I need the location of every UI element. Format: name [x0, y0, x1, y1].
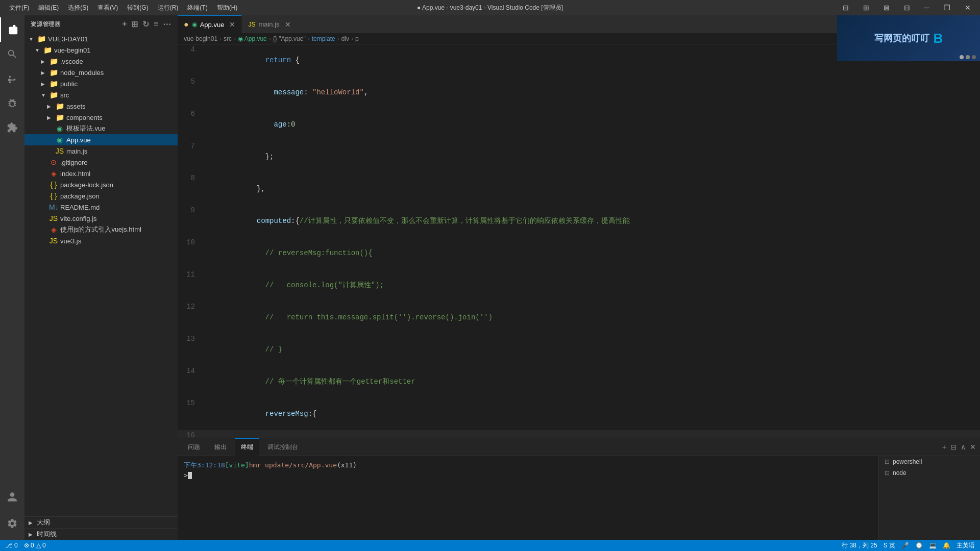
- sidebar-item-public[interactable]: ▶ 📁 public: [24, 78, 178, 89]
- sidebar-root[interactable]: ▼ 📁 VUE3-DAY01: [24, 33, 178, 44]
- collapse-icon[interactable]: ≡: [154, 19, 159, 29]
- breadcrumb-scope[interactable]: {} "App.vue": [273, 35, 306, 42]
- layout-icon[interactable]: ⊟: [839, 3, 853, 13]
- explorer-icon[interactable]: [0, 17, 24, 42]
- sidebar-item-gitignore[interactable]: ⊙ .gitignore: [24, 157, 178, 168]
- sidebar-item-assets[interactable]: ▶ 📁 assets: [24, 101, 178, 112]
- line-content: // return this.message.split('').reverse…: [203, 302, 980, 334]
- computer-status[interactable]: 💻: [929, 542, 937, 549]
- sidebar-layout-icon[interactable]: ⊞: [859, 3, 873, 13]
- terminal-item-powershell[interactable]: ⊡ powershell: [878, 456, 980, 467]
- vue-file-icon: ◉: [55, 124, 64, 133]
- grid-icon[interactable]: ⊟: [900, 3, 914, 13]
- panel-tab-debug[interactable]: 调试控制台: [261, 438, 304, 456]
- panel-tab-output[interactable]: 输出: [208, 438, 233, 456]
- terminal-content[interactable]: 下午3:12:18 [vite] hmr update /src/App.vue…: [178, 456, 878, 540]
- sidebar-item-mubanyufa[interactable]: ◉ 模板语法.vue: [24, 123, 178, 134]
- new-file-icon[interactable]: +: [122, 19, 127, 29]
- language-status[interactable]: 🎤: [901, 542, 909, 549]
- json-file-icon: { }: [49, 192, 58, 200]
- terminal-icon: ⊡: [885, 458, 890, 465]
- sidebar-item-app-vue[interactable]: ◉ App.vue: [24, 134, 178, 145]
- sidebar-item-main-js[interactable]: JS main.js: [24, 145, 178, 157]
- panel-tab-label: 输出: [214, 443, 227, 452]
- breadcrumb-template[interactable]: template: [312, 35, 335, 42]
- sidebar-item-vite-config[interactable]: JS vite.config.js: [24, 213, 178, 224]
- tab-main-js[interactable]: JS main.js ✕: [242, 15, 303, 33]
- sidebar-item-package[interactable]: { } package.json: [24, 190, 178, 202]
- debug-icon[interactable]: [0, 91, 24, 115]
- restore-button[interactable]: ❐: [940, 3, 954, 13]
- panel-add-terminal[interactable]: +: [942, 443, 946, 451]
- panel-collapse-icon[interactable]: ∧: [961, 443, 966, 451]
- sidebar-item-vue-begin01[interactable]: ▼ 📁 vue-begin01: [24, 44, 178, 56]
- terminal-path: /src/App.vue: [289, 460, 337, 470]
- code-line-5: 5 message: "helloWorld",: [178, 77, 980, 109]
- notification-status[interactable]: 🔔: [943, 542, 950, 549]
- watermark-text: 写网页的叮叮: [874, 32, 929, 44]
- error-warning-status[interactable]: ⊗ 0 △ 0: [24, 542, 46, 549]
- panel-layout-icon[interactable]: ⊠: [879, 3, 894, 13]
- sidebar-item-node-modules[interactable]: ▶ 📁 node_modules: [24, 67, 178, 78]
- line-number: 8: [178, 173, 203, 184]
- panel-split-icon[interactable]: ⊟: [950, 443, 957, 451]
- minimize-button[interactable]: ─: [920, 3, 934, 13]
- sidebar-item-readme[interactable]: M↓ README.md: [24, 202, 178, 213]
- menu-edit[interactable]: 编辑(E): [34, 3, 63, 13]
- breadcrumb-div[interactable]: div: [341, 35, 349, 42]
- sidebar-item-components[interactable]: ▶ 📁 components: [24, 112, 178, 123]
- menu-goto[interactable]: 转到(G): [123, 3, 152, 13]
- sidebar-item-package-lock[interactable]: { } package-lock.json: [24, 179, 178, 190]
- row-col-status[interactable]: 行 38，列 25: [842, 541, 877, 550]
- panel-close-icon[interactable]: ✕: [970, 443, 976, 451]
- source-control-icon[interactable]: [0, 66, 24, 91]
- sidebar-item-vscode[interactable]: ▶ 📁 .vscode: [24, 56, 178, 67]
- more-actions-icon[interactable]: ⋯: [163, 19, 172, 29]
- encoding-status[interactable]: S 英: [884, 541, 895, 550]
- panel-tab-terminal[interactable]: 终端: [235, 438, 259, 456]
- timeline-label: 时间线: [37, 530, 178, 539]
- breadcrumb-src[interactable]: src: [224, 35, 232, 42]
- root-label: VUE3-DAY01: [48, 35, 178, 43]
- menu-help[interactable]: 帮助(H): [213, 3, 242, 13]
- panel-tab-problems[interactable]: 问题: [182, 438, 206, 456]
- close-button[interactable]: ✕: [961, 3, 975, 13]
- code-line-15: 15 reverseMsg:{: [178, 398, 980, 430]
- lang-mode-status[interactable]: 主英语: [957, 541, 975, 550]
- file-spacer: [41, 238, 47, 244]
- settings-icon[interactable]: [0, 511, 24, 536]
- tab-close-button[interactable]: ✕: [229, 20, 235, 29]
- outline-header[interactable]: ▶ 大纲: [24, 517, 178, 528]
- timeline-header[interactable]: ▶ 时间线: [24, 529, 178, 540]
- md-file-icon: M↓: [49, 203, 58, 211]
- breadcrumb-file[interactable]: ◉ App.vue: [238, 35, 267, 42]
- sidebar-item-index-html[interactable]: ◈ index.html: [24, 168, 178, 179]
- refresh-icon[interactable]: ↻: [142, 19, 150, 29]
- breadcrumb-root[interactable]: vue-begin01: [184, 35, 217, 42]
- search-icon[interactable]: [0, 42, 24, 66]
- terminal-line-2: >: [184, 470, 872, 481]
- terminal-item-node[interactable]: ⊡ node: [878, 467, 980, 479]
- new-folder-icon[interactable]: ⊞: [131, 19, 138, 29]
- breadcrumb-p[interactable]: p: [355, 35, 359, 42]
- sidebar-item-vuejs-html[interactable]: ◈ 使用js的方式引入vuejs.html: [24, 224, 178, 235]
- menu-select[interactable]: 选择(S): [64, 3, 92, 13]
- clock-status[interactable]: ⌚: [915, 542, 923, 549]
- menu-terminal[interactable]: 终端(T): [183, 3, 211, 13]
- extensions-icon[interactable]: [0, 115, 24, 140]
- code-line-10: 10 // reverseMsg:function(){: [178, 237, 980, 269]
- tab-app-vue[interactable]: ● ◉ App.vue ✕: [178, 15, 242, 33]
- file-spacer: [41, 171, 47, 177]
- code-line-11: 11 // console.log("计算属性");: [178, 269, 980, 302]
- tab-close-button[interactable]: ✕: [285, 20, 291, 29]
- sidebar-item-vue3-js[interactable]: JS vue3.js: [24, 235, 178, 246]
- git-branch-status[interactable]: ⎇ 0: [5, 542, 18, 549]
- account-icon[interactable]: [0, 485, 24, 509]
- sidebar-item-src[interactable]: ▼ 📁 src: [24, 89, 178, 101]
- file-spacer: [47, 148, 53, 154]
- menu-run[interactable]: 运行(R): [154, 3, 183, 13]
- menu-view[interactable]: 查看(V): [93, 3, 122, 13]
- error-icon: ⊗ 0: [24, 542, 34, 549]
- menu-file[interactable]: 文件(F): [5, 3, 33, 13]
- code-editor[interactable]: 4 return { 5 message: "helloWorld", 6 ag…: [178, 44, 980, 438]
